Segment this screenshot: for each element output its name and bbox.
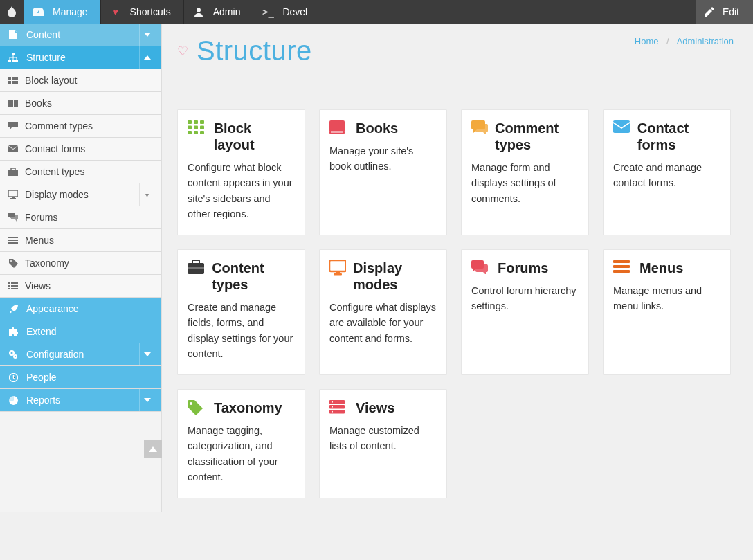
toolbar-shortcuts-label: Shortcuts xyxy=(130,6,171,17)
sidebar-sub-block-layout[interactable]: Block layout xyxy=(0,69,161,92)
toolbar-edit[interactable]: Edit xyxy=(696,0,753,24)
card-block-layout[interactable]: Block layout Configure what block conten… xyxy=(177,109,305,235)
sidebar-item-extend[interactable]: Extend xyxy=(0,320,161,343)
sidebar-sub-label: Comment types xyxy=(25,120,154,132)
svg-point-32 xyxy=(15,356,16,357)
svg-rect-34 xyxy=(188,120,192,124)
svg-point-30 xyxy=(11,352,13,354)
sidebar-sub-label: Contact forms xyxy=(25,143,154,154)
sidebar-sub-content-types[interactable]: Content types xyxy=(0,161,161,183)
svg-rect-36 xyxy=(200,120,204,124)
caret-down-icon[interactable]: ▾ xyxy=(139,183,154,206)
card-title: Menus xyxy=(639,260,683,276)
card-title: Taxonomy xyxy=(214,399,282,416)
book-icon xyxy=(329,120,349,134)
svg-rect-40 xyxy=(188,131,192,134)
card-desc: Manage tagging, categorization, and clas… xyxy=(188,423,295,485)
sidebar-sub-label: Menus xyxy=(25,235,154,246)
card-menus[interactable]: Menus Manage menus and menu links. xyxy=(603,249,731,375)
card-desc: Configure what block content appears in … xyxy=(188,160,295,222)
sidebar-sub-display-modes[interactable]: Display modes ▾ xyxy=(0,183,161,206)
sidebar-item-reports[interactable]: Reports xyxy=(0,389,161,412)
svg-rect-18 xyxy=(10,198,16,199)
chevron-down-icon[interactable] xyxy=(139,389,154,411)
card-books[interactable]: Books Manage your site's book outlines. xyxy=(319,109,447,235)
svg-point-2 xyxy=(197,8,201,12)
sidebar-sub-comment-types[interactable]: Comment types xyxy=(0,115,161,138)
heart-icon: ♥ xyxy=(109,6,122,17)
svg-rect-39 xyxy=(200,126,204,129)
toolbar-manage[interactable]: Manage xyxy=(24,0,101,24)
chevron-down-icon[interactable] xyxy=(139,343,154,365)
svg-point-62 xyxy=(332,411,333,413)
monitor-icon xyxy=(329,260,346,276)
sidebar-sub-menus[interactable]: Menus xyxy=(0,229,161,252)
svg-rect-50 xyxy=(329,260,346,271)
sidebar-sub-label: Forums xyxy=(25,212,154,223)
toolbar-shortcuts[interactable]: ♥ Shortcuts xyxy=(101,0,184,24)
card-display-modes[interactable]: Display modes Configure what displays ar… xyxy=(319,249,447,375)
svg-rect-27 xyxy=(8,288,10,289)
sidebar-sub-forums[interactable]: Forums xyxy=(0,206,161,229)
chevron-down-icon[interactable] xyxy=(139,24,154,46)
card-contact-forms[interactable]: Contact forms Create and manage contact … xyxy=(603,109,731,235)
scroll-top-button[interactable] xyxy=(144,440,162,458)
heart-icon[interactable]: ♡ xyxy=(177,44,188,59)
sidebar-item-content[interactable]: Content xyxy=(0,24,161,46)
sidebar-sub-label: Content types xyxy=(25,166,154,177)
svg-point-60 xyxy=(332,401,333,403)
svg-rect-38 xyxy=(194,126,198,129)
card-taxonomy[interactable]: Taxonomy Manage tagging, categorization,… xyxy=(177,389,305,498)
svg-rect-16 xyxy=(8,190,18,197)
sidebar-sub-contact-forms[interactable]: Contact forms xyxy=(0,138,161,161)
sidebar-sub-books[interactable]: Books xyxy=(0,92,161,115)
card-title: Contact forms xyxy=(637,120,720,153)
server-icon xyxy=(329,400,349,414)
bars-icon xyxy=(6,237,21,244)
card-forums[interactable]: Forums Control forum hierarchy settings. xyxy=(461,249,589,375)
book-icon xyxy=(6,100,21,107)
svg-rect-53 xyxy=(613,260,630,263)
card-title: Block layout xyxy=(214,120,295,153)
hierarchy-icon xyxy=(6,53,21,62)
svg-rect-21 xyxy=(8,242,18,244)
card-content-types[interactable]: Content types Create and manage fields, … xyxy=(177,249,305,375)
svg-rect-28 xyxy=(11,288,18,289)
sidebar-item-people[interactable]: People xyxy=(0,366,161,389)
sidebar-item-structure[interactable]: Structure xyxy=(0,46,161,69)
svg-rect-3 xyxy=(12,53,15,55)
terminal-icon: >_ xyxy=(262,6,274,17)
breadcrumb-home[interactable]: Home xyxy=(635,36,659,46)
svg-rect-52 xyxy=(334,273,342,276)
svg-rect-19 xyxy=(8,237,18,238)
chevron-up-icon[interactable] xyxy=(139,46,154,69)
card-title: Display modes xyxy=(353,260,437,293)
sidebar-sub-label: Display modes xyxy=(25,189,139,200)
breadcrumb-administration[interactable]: Administration xyxy=(677,36,734,46)
toolbar-admin[interactable]: Admin xyxy=(184,0,254,24)
svg-rect-5 xyxy=(12,60,15,62)
card-title: Comment types xyxy=(495,120,579,153)
sidebar-item-appearance[interactable]: Appearance xyxy=(0,298,161,320)
svg-point-22 xyxy=(10,260,12,262)
card-views[interactable]: Views Manage customized lists of content… xyxy=(319,389,447,498)
sidebar-sub-label: Books xyxy=(25,98,154,109)
svg-rect-46 xyxy=(613,120,630,133)
tag-icon xyxy=(6,259,21,268)
list-icon xyxy=(6,282,21,289)
sidebar-sub-taxonomy[interactable]: Taxonomy xyxy=(0,252,161,275)
comment-icon xyxy=(471,120,488,134)
puzzle-icon xyxy=(6,327,21,336)
sidebar-item-configuration[interactable]: Configuration xyxy=(0,343,161,366)
card-comment-types[interactable]: Comment types Manage form and displays s… xyxy=(461,109,589,235)
card-desc: Manage your site's book outlines. xyxy=(329,143,437,174)
card-desc: Manage customized lists of content. xyxy=(329,423,437,454)
svg-rect-42 xyxy=(200,131,204,134)
sidebar-sub-views[interactable]: Views xyxy=(0,275,161,298)
svg-rect-10 xyxy=(8,81,11,84)
card-desc: Manage menus and menu links. xyxy=(613,283,720,314)
comments-icon xyxy=(471,260,491,274)
drupal-icon[interactable] xyxy=(0,0,24,24)
toolbar-devel[interactable]: >_ Devel xyxy=(253,0,320,24)
svg-rect-15 xyxy=(11,168,15,170)
